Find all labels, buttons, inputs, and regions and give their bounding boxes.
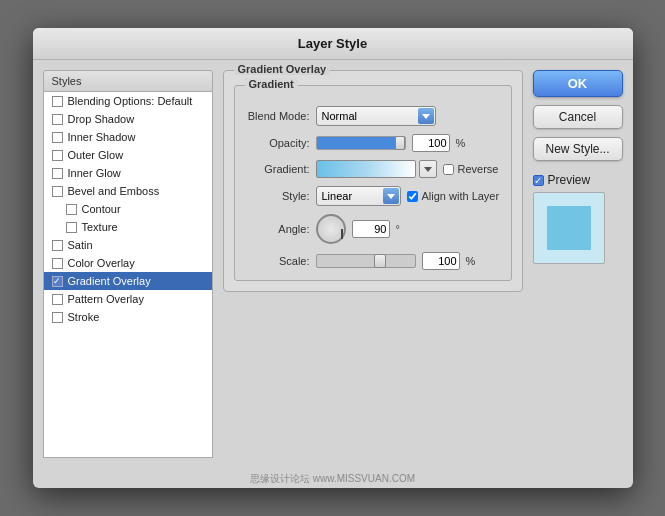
label-stroke: Stroke [68, 311, 100, 323]
opacity-label: Opacity: [245, 137, 310, 149]
style-select-wrapper: Linear Radial Angle Reflected Diamond [316, 186, 401, 206]
label-gradient-overlay: Gradient Overlay [68, 275, 151, 287]
checkbox-satin[interactable] [52, 240, 63, 251]
label-color-overlay: Color Overlay [68, 257, 135, 269]
gradient-dropdown-button[interactable] [419, 160, 437, 178]
gradient-row: Gradient: Reverse [245, 160, 501, 178]
label-outer-glow: Outer Glow [68, 149, 124, 161]
label-pattern-overlay: Pattern Overlay [68, 293, 144, 305]
blend-mode-row: Blend Mode: Normal Multiply Screen Overl… [245, 106, 501, 126]
label-blending: Blending Options: Default [68, 95, 193, 107]
left-panel: Styles Blending Options: Default Drop Sh… [43, 70, 213, 458]
label-satin: Satin [68, 239, 93, 251]
preview-inner [547, 206, 591, 250]
blend-mode-select-wrapper: Normal Multiply Screen Overlay [316, 106, 436, 126]
scale-value-field[interactable] [422, 252, 460, 270]
preview-box [533, 192, 605, 264]
align-layer-checkbox-label[interactable]: Align with Layer [407, 190, 500, 202]
blend-mode-label: Blend Mode: [245, 110, 310, 122]
list-item-outer-glow[interactable]: Outer Glow [44, 146, 212, 164]
checkbox-inner-shadow[interactable] [52, 132, 63, 143]
checkbox-inner-glow[interactable] [52, 168, 63, 179]
list-item-bevel-emboss[interactable]: Bevel and Emboss [44, 182, 212, 200]
label-bevel-emboss: Bevel and Emboss [68, 185, 160, 197]
right-panel: OK Cancel New Style... ✓ Preview [533, 70, 623, 458]
list-item-satin[interactable]: Satin [44, 236, 212, 254]
checkbox-blending[interactable] [52, 96, 63, 107]
checkbox-contour[interactable] [66, 204, 77, 215]
checkbox-bevel-emboss[interactable] [52, 186, 63, 197]
checkbox-texture[interactable] [66, 222, 77, 233]
align-layer-label: Align with Layer [422, 190, 500, 202]
gradient-overlay-title: Gradient Overlay [234, 63, 331, 75]
list-item-contour[interactable]: Contour [44, 200, 212, 218]
ok-button[interactable]: OK [533, 70, 623, 97]
reverse-checkbox-label[interactable]: Reverse [443, 163, 499, 175]
align-layer-checkbox[interactable] [407, 191, 418, 202]
scale-slider[interactable] [316, 254, 416, 268]
opacity-row: Opacity: % [245, 134, 501, 152]
new-style-button[interactable]: New Style... [533, 137, 623, 161]
blend-mode-select[interactable]: Normal Multiply Screen Overlay [316, 106, 436, 126]
dialog-title: Layer Style [33, 28, 633, 60]
checkbox-gradient-overlay[interactable]: ✓ [52, 276, 63, 287]
preview-checkbox[interactable]: ✓ [533, 175, 544, 186]
watermark: 思缘设计论坛 www.MISSVUAN.COM [33, 468, 633, 488]
middle-panel: Gradient Overlay Gradient Blend Mode: No… [223, 70, 523, 458]
angle-row: Angle: ° [245, 214, 501, 244]
dialog-body: Styles Blending Options: Default Drop Sh… [33, 60, 633, 468]
list-item-texture[interactable]: Texture [44, 218, 212, 236]
label-drop-shadow: Drop Shadow [68, 113, 135, 125]
reverse-label: Reverse [458, 163, 499, 175]
gradient-inner-group: Gradient Blend Mode: Normal Multiply Scr… [234, 85, 512, 281]
scale-percent: % [466, 255, 476, 267]
list-item-gradient-overlay[interactable]: ✓ Gradient Overlay [44, 272, 212, 290]
styles-list: Blending Options: Default Drop Shadow In… [43, 92, 213, 458]
styles-header: Styles [43, 70, 213, 92]
checkbox-stroke[interactable] [52, 312, 63, 323]
style-row: Style: Linear Radial Angle Reflected Dia… [245, 186, 501, 206]
label-texture: Texture [82, 221, 118, 233]
checkbox-drop-shadow[interactable] [52, 114, 63, 125]
reverse-checkbox[interactable] [443, 164, 454, 175]
list-item-pattern-overlay[interactable]: Pattern Overlay [44, 290, 212, 308]
checkbox-pattern-overlay[interactable] [52, 294, 63, 305]
list-item-stroke[interactable]: Stroke [44, 308, 212, 326]
degree-symbol: ° [396, 223, 400, 235]
preview-section: ✓ Preview [533, 173, 623, 264]
opacity-percent: % [456, 137, 466, 149]
label-inner-shadow: Inner Shadow [68, 131, 136, 143]
opacity-value-field[interactable] [412, 134, 450, 152]
list-item-drop-shadow[interactable]: Drop Shadow [44, 110, 212, 128]
angle-dial-indicator [341, 229, 343, 239]
gradient-inner-content: Blend Mode: Normal Multiply Screen Overl… [235, 100, 511, 280]
angle-dial[interactable] [316, 214, 346, 244]
angle-label: Angle: [245, 223, 310, 235]
preview-label-row: ✓ Preview [533, 173, 591, 187]
checkbox-outer-glow[interactable] [52, 150, 63, 161]
style-label: Style: [245, 190, 310, 202]
gradient-overlay-group: Gradient Overlay Gradient Blend Mode: No… [223, 70, 523, 292]
gradient-wrapper [316, 160, 437, 178]
gradient-inner-title: Gradient [245, 78, 298, 90]
preview-label: Preview [548, 173, 591, 187]
angle-value-field[interactable] [352, 220, 390, 238]
cancel-button[interactable]: Cancel [533, 105, 623, 129]
checkbox-color-overlay[interactable] [52, 258, 63, 269]
gradient-preview[interactable] [316, 160, 416, 178]
label-inner-glow: Inner Glow [68, 167, 121, 179]
scale-row: Scale: % [245, 252, 501, 270]
gradient-label: Gradient: [245, 163, 310, 175]
layer-style-dialog: Layer Style Styles Blending Options: Def… [33, 28, 633, 488]
list-item-inner-shadow[interactable]: Inner Shadow [44, 128, 212, 146]
list-item-inner-glow[interactable]: Inner Glow [44, 164, 212, 182]
label-contour: Contour [82, 203, 121, 215]
opacity-slider[interactable] [316, 136, 406, 150]
style-select[interactable]: Linear Radial Angle Reflected Diamond [316, 186, 401, 206]
list-item-color-overlay[interactable]: Color Overlay [44, 254, 212, 272]
scale-label: Scale: [245, 255, 310, 267]
list-item-blending-options[interactable]: Blending Options: Default [44, 92, 212, 110]
